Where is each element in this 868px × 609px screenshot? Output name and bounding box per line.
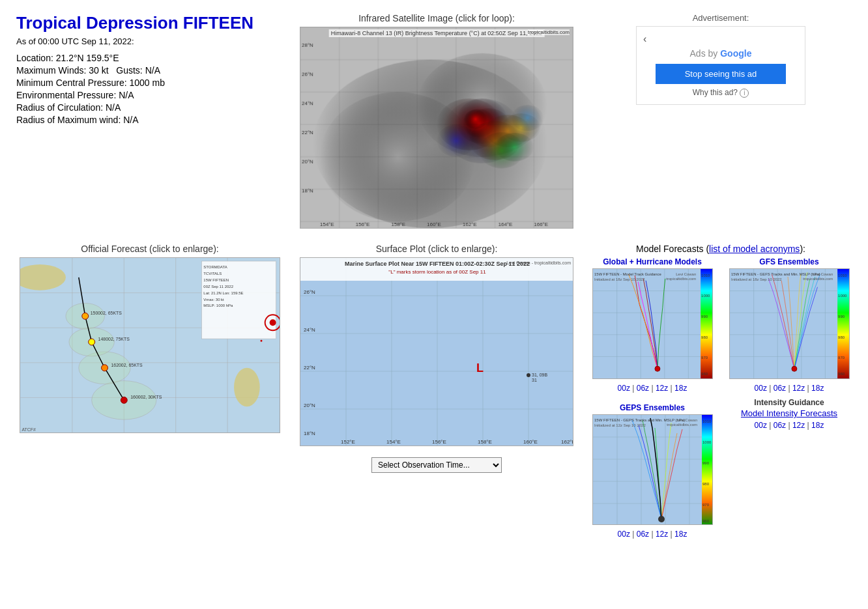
location-line: Location: 21.2°N 159.5°E xyxy=(16,53,283,63)
global-hurricane-item: Global + Hurricane Models xyxy=(586,257,718,393)
forecast-image[interactable]: 160002, 30KTS 162002, 65KTS 148002, 75KT… xyxy=(20,257,280,433)
svg-text:990: 990 xyxy=(701,315,708,319)
gfs-ensembles-06z[interactable]: 06z xyxy=(774,384,786,393)
svg-point-33 xyxy=(270,319,276,326)
global-hurricane-image[interactable]: 1010 1000 990 980 970 960 15W FIFTEEN - … xyxy=(592,268,713,379)
svg-text:15W FIFTEEN: 15W FIFTEEN xyxy=(203,278,229,282)
intensity-06z[interactable]: 06z xyxy=(774,421,786,430)
surface-plot-image[interactable]: 26°N 24°N 22°N 20°N 18°N 152°E 154°E 156… xyxy=(300,257,573,446)
svg-text:22°N: 22°N xyxy=(304,365,315,371)
model-acronyms-link[interactable]: list of model acronyms xyxy=(709,244,800,254)
svg-text:●: ● xyxy=(260,338,263,343)
svg-text:990: 990 xyxy=(702,461,710,465)
global-hurricane-00z[interactable]: 00z xyxy=(618,384,630,393)
svg-text:tropicaltidbts.com: tropicaltidbts.com xyxy=(666,277,696,281)
gusts-value: N/A xyxy=(145,65,160,76)
svg-text:1000: 1000 xyxy=(702,440,712,444)
location-value: 21.2°N 159.5°E xyxy=(56,53,119,63)
surface-plot-label[interactable]: Surface Plot (click to enlarge): xyxy=(300,244,573,254)
geps-ensembles-18z[interactable]: 18z xyxy=(674,530,687,539)
geps-ensembles-00z[interactable]: 00z xyxy=(618,530,630,539)
geps-ensembles-12z[interactable]: 12z xyxy=(656,530,668,539)
winds-line: Maximum Winds: 30 kt Gusts: N/A xyxy=(16,65,283,76)
svg-text:158°E: 158°E xyxy=(478,439,492,445)
svg-text:148002, 75KTS: 148002, 75KTS xyxy=(98,337,130,341)
radius-max-wind-label: Radius of Maximum wind: xyxy=(16,115,121,125)
svg-rect-35 xyxy=(300,258,573,446)
svg-text:26°N: 26°N xyxy=(304,289,315,295)
satellite-image[interactable]: Himawari-8 Channel 13 (IR) Brightness Te… xyxy=(300,27,573,229)
model-forecasts-label-end: ): xyxy=(800,244,805,254)
svg-text:"L" marks storm location as of: "L" marks storm location as of 00Z Sep 1… xyxy=(388,269,486,275)
google-logo-text: Google xyxy=(720,48,751,59)
intensity-18z[interactable]: 18z xyxy=(811,421,824,430)
model-forecasts-panel: Model Forecasts (list of model acronyms)… xyxy=(580,237,861,545)
svg-text:Levi Cowan: Levi Cowan xyxy=(813,272,833,276)
svg-text:970: 970 xyxy=(702,503,710,507)
forecast-label[interactable]: Official Forecast (click to enlarge): xyxy=(13,244,287,254)
svg-text:1000: 1000 xyxy=(838,294,847,298)
svg-point-73 xyxy=(654,366,659,371)
max-winds-value: 30 kt xyxy=(89,65,108,76)
global-hurricane-12z[interactable]: 12z xyxy=(656,384,668,393)
model-intensity-link[interactable]: Model Intensity Forecasts xyxy=(741,408,837,418)
global-hurricane-18z[interactable]: 18z xyxy=(674,384,687,393)
gfs-ensembles-time-links: 00z | 06z | 12z | 18z xyxy=(723,384,855,393)
svg-text:970: 970 xyxy=(701,356,708,360)
svg-rect-95 xyxy=(837,269,849,378)
obs-time-select[interactable]: Select Observation Time... xyxy=(371,457,502,473)
satellite-title: Himawari-8 Channel 13 (IR) Brightness Te… xyxy=(329,29,545,37)
svg-text:00Z Sep 11 2022: 00Z Sep 11 2022 xyxy=(203,285,233,289)
official-forecast-panel: Official Forecast (click to enlarge): xyxy=(7,237,293,545)
svg-rect-85 xyxy=(730,269,849,378)
svg-text:Initialized at 18z Sep 10 2022: Initialized at 18z Sep 10 2022 xyxy=(731,277,782,281)
model-forecasts-label: Model Forecasts ( xyxy=(636,244,709,254)
geps-ensembles-svg: 1010 1000 990 980 970 960 15W FIFTEEN - … xyxy=(593,415,713,525)
svg-text:ATCF#: ATCF# xyxy=(22,427,36,432)
location-label: Location: xyxy=(16,53,53,63)
intensity-guidance-item: Intensity Guidance Model Intensity Forec… xyxy=(723,398,855,539)
radius-max-wind-line: Radius of Maximum wind: N/A xyxy=(16,115,283,125)
obs-time-selector[interactable]: Select Observation Time... xyxy=(300,452,573,473)
why-ad-link[interactable]: Why this ad? i xyxy=(643,88,798,98)
svg-text:990: 990 xyxy=(838,315,845,319)
svg-text:15W FIFTEEN - GEFS Tracks and : 15W FIFTEEN - GEFS Tracks and Min. MSLP … xyxy=(731,272,820,276)
global-hurricane-time-links: 00z | 06z | 12z | 18z xyxy=(586,384,718,393)
svg-text:160°E: 160°E xyxy=(523,439,538,445)
max-winds-label: Maximum Winds: xyxy=(16,65,86,76)
intensity-00z[interactable]: 00z xyxy=(755,421,767,430)
model-forecasts-title: Model Forecasts (list of model acronyms)… xyxy=(586,244,855,254)
geps-ensembles-title: GEPS Ensembles xyxy=(586,403,718,412)
svg-text:1010: 1010 xyxy=(838,274,847,277)
model-grid-top: Global + Hurricane Models xyxy=(586,257,855,539)
svg-point-17 xyxy=(89,339,95,345)
svg-text:152°E: 152°E xyxy=(341,439,355,445)
ads-by-text: Ads by xyxy=(690,48,718,59)
radius-circ-value: N/A xyxy=(106,102,121,113)
ad-back-button[interactable]: ‹ xyxy=(643,33,646,45)
svg-text:18°N: 18°N xyxy=(304,431,315,436)
as-of-label: As of 00:00 UTC Sep 11, 2022: xyxy=(16,36,283,46)
env-pressure-value: N/A xyxy=(119,90,134,100)
svg-text:31: 31 xyxy=(532,378,537,382)
svg-text:MSLP: 1000 hPa: MSLP: 1000 hPa xyxy=(203,304,233,307)
surface-plot-panel: Surface Plot (click to enlarge): 26°N xyxy=(293,237,580,545)
gfs-ensembles-18z[interactable]: 18z xyxy=(811,384,824,393)
page-title: Tropical Depression FIFTEEN xyxy=(16,13,283,33)
svg-text:Levi Cowan: Levi Cowan xyxy=(676,418,697,422)
satellite-label[interactable]: Infrared Satellite Image (click for loop… xyxy=(300,13,573,23)
svg-text:L: L xyxy=(476,361,484,375)
gfs-ensembles-00z[interactable]: 00z xyxy=(755,384,767,393)
svg-text:TCVITALS: TCVITALS xyxy=(203,272,222,276)
gfs-ensembles-image[interactable]: 1010 1000 990 980 970 960 15W FIFTEEN - … xyxy=(729,268,850,379)
gfs-ensembles-title: GFS Ensembles xyxy=(723,257,855,266)
gfs-ensembles-12z[interactable]: 12z xyxy=(792,384,805,393)
geps-ensembles-06z[interactable]: 06z xyxy=(637,530,649,539)
geps-ensembles-image[interactable]: 1010 1000 990 980 970 960 15W FIFTEEN - … xyxy=(592,414,713,525)
global-hurricane-06z[interactable]: 06z xyxy=(637,384,649,393)
intensity-12z[interactable]: 12z xyxy=(792,421,805,430)
svg-text:15W FIFTEEN - Model Track Guid: 15W FIFTEEN - Model Track Guidance xyxy=(594,272,661,276)
stop-ad-button[interactable]: Stop seeing this ad xyxy=(656,64,786,84)
satellite-credit: tropicaltidbits.com xyxy=(528,29,570,35)
svg-text:162°E: 162°E xyxy=(561,439,573,445)
